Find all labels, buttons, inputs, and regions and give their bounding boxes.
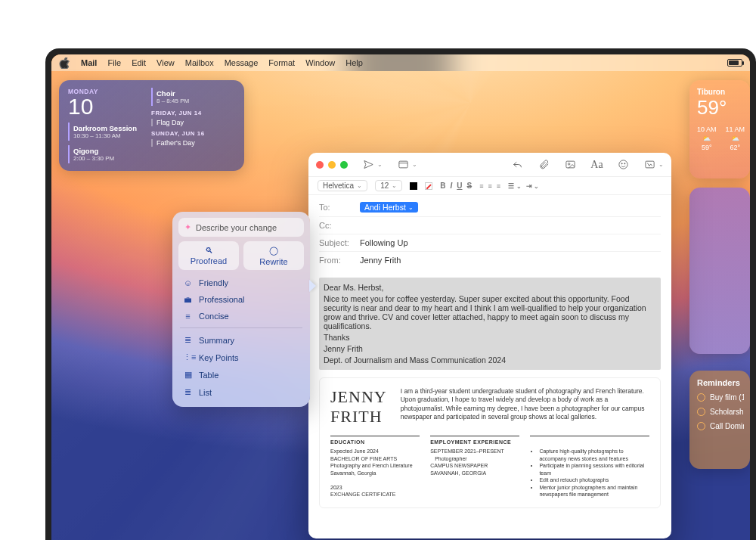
highlight-color[interactable] xyxy=(425,182,432,190)
format-list[interactable]: ≣List xyxy=(178,383,304,401)
cv-attachment: JENNY FRITH I am a third-year student un… xyxy=(319,377,661,508)
list-icon[interactable]: ☰ ⌄ xyxy=(508,182,522,190)
table-icon: ▦ xyxy=(183,370,193,380)
summary-icon: ≣ xyxy=(183,335,193,345)
to-label: To: xyxy=(319,203,355,212)
indent-icon[interactable]: ⇥ ⌄ xyxy=(526,182,540,190)
chevron-down-icon[interactable]: ⌄ xyxy=(658,161,664,168)
list-icon: ≣ xyxy=(183,387,193,397)
magnifier-icon: 🔍︎ xyxy=(205,246,213,255)
menubar-app[interactable]: Mail xyxy=(81,58,97,67)
photo-icon[interactable] xyxy=(565,159,576,170)
svg-point-5 xyxy=(624,163,625,164)
concise-icon: ≡ xyxy=(183,312,193,321)
from-label: From: xyxy=(319,256,355,265)
minimize-button[interactable] xyxy=(328,161,336,169)
desktop: Mail File Edit View Mailbox Message Form… xyxy=(51,54,750,540)
font-select[interactable]: Helvetica⌄ xyxy=(318,180,367,191)
reminder-item[interactable]: Call Domin xyxy=(697,422,744,430)
keypoints-icon: ⋮≡ xyxy=(183,352,193,362)
format-summary[interactable]: ≣Summary xyxy=(178,331,304,349)
apple-logo[interactable] xyxy=(59,57,70,69)
bold-button[interactable]: B xyxy=(440,182,445,190)
briefcase-icon: 💼︎ xyxy=(183,295,193,304)
reminders-widget[interactable]: Reminders Buy film (13 Scholarshi Call D… xyxy=(689,371,750,469)
cv-bio: I am a third-year student undergraduate … xyxy=(401,387,649,427)
align-left-icon[interactable]: ≡ xyxy=(479,182,483,190)
photos-widget[interactable] xyxy=(689,188,750,354)
format-bar: Helvetica⌄ 12⌄ B I U S ≡ ≡ ≡ xyxy=(308,177,671,195)
laptop-frame: Mail File Edit View Mailbox Message Form… xyxy=(45,48,756,540)
attachment-icon[interactable] xyxy=(538,159,550,170)
tone-friendly[interactable]: ☺Friendly xyxy=(178,275,304,291)
menu-message[interactable]: Message xyxy=(225,58,259,67)
svg-rect-0 xyxy=(399,161,407,168)
tone-concise[interactable]: ≡Concise xyxy=(178,308,304,324)
send-icon[interactable] xyxy=(363,159,374,170)
weather-temp: 59° xyxy=(697,96,750,119)
underline-button[interactable]: U xyxy=(457,182,462,190)
selected-text: Dear Ms. Herbst, Nice to meet you for co… xyxy=(319,278,661,370)
weather-location: Tiburon xyxy=(697,88,750,96)
header-fields: To: Andi Herbst⌄ Cc: Subject: Following … xyxy=(308,195,671,272)
italic-button[interactable]: I xyxy=(451,182,453,190)
tone-professional[interactable]: 💼︎Professional xyxy=(178,291,304,308)
cc-label: Cc: xyxy=(319,221,355,230)
format-table[interactable]: ▦Table xyxy=(178,366,304,383)
titlebar[interactable]: ⌄ ⌄ Aa xyxy=(308,153,671,177)
menu-window[interactable]: Window xyxy=(305,58,335,67)
align-right-icon[interactable]: ≡ xyxy=(497,182,500,190)
menubar: Mail File Edit View Mailbox Message Form… xyxy=(51,54,750,71)
calendar-event: Choir 8 – 8:45 PM xyxy=(151,88,235,106)
reply-icon[interactable] xyxy=(512,159,523,170)
weather-widget[interactable]: Tiburon 59° 10 AM⛅59° 11 AM⛅62° xyxy=(689,80,750,178)
proofread-button[interactable]: 🔍︎ Proofread xyxy=(178,241,239,270)
writing-tools-popover: ✦ Describe your change 🔍︎ Proofread ◯ Re… xyxy=(172,212,310,407)
svg-point-2 xyxy=(568,163,570,166)
svg-point-4 xyxy=(621,163,622,164)
media-icon[interactable] xyxy=(644,159,655,170)
subject-label: Subject: xyxy=(319,238,355,247)
reminders-title: Reminders xyxy=(697,378,744,387)
header-fields-icon[interactable] xyxy=(398,159,409,170)
menu-edit[interactable]: Edit xyxy=(132,58,146,67)
calendar-date: 10 xyxy=(68,95,144,118)
recipient-token[interactable]: Andi Herbst⌄ xyxy=(360,202,418,213)
menu-format[interactable]: Format xyxy=(268,58,295,67)
reminder-item[interactable]: Buy film (13 xyxy=(697,393,744,402)
align-center-icon[interactable]: ≡ xyxy=(488,182,491,190)
battery-icon[interactable] xyxy=(727,59,742,67)
format-keypoints[interactable]: ⋮≡Key Points xyxy=(178,349,304,366)
reminder-item[interactable]: Scholarshi xyxy=(697,408,744,416)
emoji-icon[interactable] xyxy=(618,159,629,170)
compose-window: ⌄ ⌄ Aa xyxy=(308,153,671,538)
menu-file[interactable]: File xyxy=(107,58,121,67)
menu-view[interactable]: View xyxy=(156,58,175,67)
calendar-event: Darkroom Session 10:30 – 11:30 AM xyxy=(68,123,144,141)
chevron-down-icon[interactable]: ⌄ xyxy=(412,161,417,168)
close-button[interactable] xyxy=(316,161,324,169)
rewrite-button[interactable]: ◯ Rewrite xyxy=(243,241,304,270)
message-body[interactable]: Dear Ms. Herbst, Nice to meet you for co… xyxy=(308,272,671,538)
svg-rect-6 xyxy=(646,161,654,168)
strike-button[interactable]: S xyxy=(467,182,472,190)
calendar-event: Qigong 2:00 – 3:30 PM xyxy=(68,145,144,163)
menu-help[interactable]: Help xyxy=(345,58,363,67)
smile-icon: ☺ xyxy=(183,278,193,287)
text-color[interactable] xyxy=(410,182,417,190)
menu-mailbox[interactable]: Mailbox xyxy=(185,58,214,67)
format-icon[interactable]: Aa xyxy=(591,159,603,170)
zoom-button[interactable] xyxy=(340,161,348,169)
svg-point-3 xyxy=(619,160,627,169)
from-field[interactable]: Jenny Frith xyxy=(360,256,401,265)
subject-field[interactable]: Following Up xyxy=(360,238,408,247)
calendar-widget[interactable]: MONDAY 10 Darkroom Session 10:30 – 11:30… xyxy=(59,80,244,171)
fontsize-select[interactable]: 12⌄ xyxy=(375,180,402,191)
sparkle-icon: ✦ xyxy=(184,222,191,232)
chevron-down-icon[interactable]: ⌄ xyxy=(377,161,383,168)
rewrite-icon: ◯ xyxy=(269,246,278,256)
describe-change-field[interactable]: ✦ Describe your change xyxy=(178,218,304,237)
